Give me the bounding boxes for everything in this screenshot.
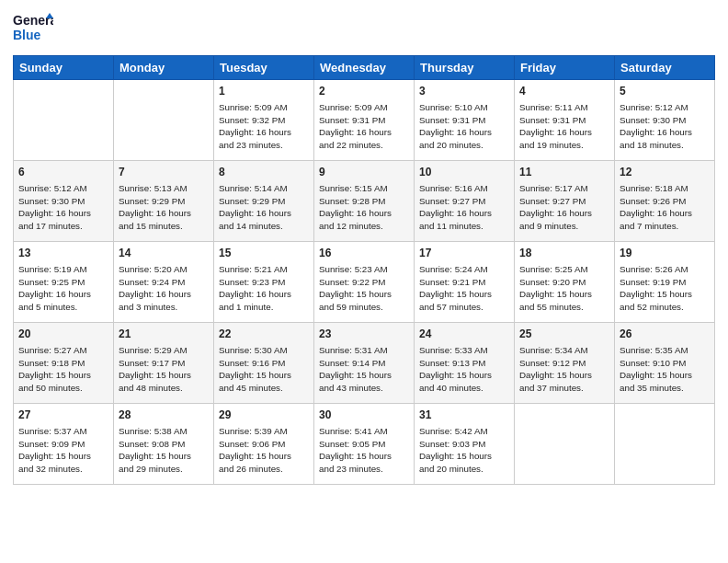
calendar-cell: 2Sunrise: 5:09 AM Sunset: 9:31 PM Daylig… [314, 80, 415, 161]
day-info: Sunrise: 5:21 AM Sunset: 9:23 PM Dayligh… [219, 263, 309, 314]
calendar-day-header: Sunday [14, 56, 114, 80]
day-number: 23 [319, 327, 409, 342]
day-info: Sunrise: 5:13 AM Sunset: 9:29 PM Dayligh… [119, 182, 209, 233]
calendar-week-row: 13Sunrise: 5:19 AM Sunset: 9:25 PM Dayli… [14, 242, 715, 323]
calendar-cell: 1Sunrise: 5:09 AM Sunset: 9:32 PM Daylig… [214, 80, 314, 161]
day-number: 25 [519, 327, 609, 342]
calendar-cell: 15Sunrise: 5:21 AM Sunset: 9:23 PM Dayli… [214, 242, 314, 323]
calendar-cell: 31Sunrise: 5:42 AM Sunset: 9:03 PM Dayli… [415, 404, 515, 485]
calendar-cell: 17Sunrise: 5:24 AM Sunset: 9:21 PM Dayli… [415, 242, 515, 323]
day-info: Sunrise: 5:26 AM Sunset: 9:19 PM Dayligh… [620, 263, 710, 314]
day-info: Sunrise: 5:09 AM Sunset: 9:32 PM Dayligh… [219, 101, 309, 152]
calendar-day-header: Thursday [415, 56, 515, 80]
day-number: 3 [419, 84, 509, 99]
day-info: Sunrise: 5:14 AM Sunset: 9:29 PM Dayligh… [219, 182, 309, 233]
header: General Blue [13, 9, 715, 50]
day-number: 20 [18, 327, 108, 342]
calendar-cell: 23Sunrise: 5:31 AM Sunset: 9:14 PM Dayli… [314, 323, 415, 404]
day-info: Sunrise: 5:29 AM Sunset: 9:17 PM Dayligh… [119, 344, 209, 395]
day-number: 1 [219, 84, 309, 99]
calendar-day-header: Monday [114, 56, 214, 80]
day-info: Sunrise: 5:31 AM Sunset: 9:14 PM Dayligh… [319, 344, 409, 395]
day-number: 21 [119, 327, 209, 342]
calendar-cell: 9Sunrise: 5:15 AM Sunset: 9:28 PM Daylig… [314, 161, 415, 242]
day-number: 29 [219, 408, 309, 423]
calendar-cell: 8Sunrise: 5:14 AM Sunset: 9:29 PM Daylig… [214, 161, 314, 242]
day-number: 27 [18, 408, 108, 423]
calendar-cell: 6Sunrise: 5:12 AM Sunset: 9:30 PM Daylig… [14, 161, 114, 242]
day-info: Sunrise: 5:37 AM Sunset: 9:09 PM Dayligh… [18, 425, 108, 476]
calendar-cell [515, 404, 615, 485]
day-number: 9 [319, 165, 409, 180]
day-info: Sunrise: 5:41 AM Sunset: 9:05 PM Dayligh… [319, 425, 409, 476]
day-info: Sunrise: 5:25 AM Sunset: 9:20 PM Dayligh… [519, 263, 609, 314]
calendar-cell [615, 404, 715, 485]
day-number: 8 [219, 165, 309, 180]
calendar-cell: 12Sunrise: 5:18 AM Sunset: 9:26 PM Dayli… [615, 161, 715, 242]
calendar-cell: 25Sunrise: 5:34 AM Sunset: 9:12 PM Dayli… [515, 323, 615, 404]
calendar-cell: 27Sunrise: 5:37 AM Sunset: 9:09 PM Dayli… [14, 404, 114, 485]
day-number: 24 [419, 327, 509, 342]
calendar-cell [14, 80, 114, 161]
calendar-header-row: SundayMondayTuesdayWednesdayThursdayFrid… [14, 56, 715, 80]
day-info: Sunrise: 5:30 AM Sunset: 9:16 PM Dayligh… [219, 344, 309, 395]
calendar-cell: 13Sunrise: 5:19 AM Sunset: 9:25 PM Dayli… [14, 242, 114, 323]
day-number: 10 [419, 165, 509, 180]
calendar-cell [114, 80, 214, 161]
day-number: 13 [18, 246, 108, 261]
calendar-cell: 3Sunrise: 5:10 AM Sunset: 9:31 PM Daylig… [415, 80, 515, 161]
day-info: Sunrise: 5:11 AM Sunset: 9:31 PM Dayligh… [519, 101, 609, 152]
day-number: 17 [419, 246, 509, 261]
day-number: 16 [319, 246, 409, 261]
day-number: 2 [319, 84, 409, 99]
calendar-cell: 24Sunrise: 5:33 AM Sunset: 9:13 PM Dayli… [415, 323, 515, 404]
logo: General Blue [13, 9, 53, 50]
calendar-cell: 18Sunrise: 5:25 AM Sunset: 9:20 PM Dayli… [515, 242, 615, 323]
day-info: Sunrise: 5:16 AM Sunset: 9:27 PM Dayligh… [419, 182, 509, 233]
calendar-cell: 22Sunrise: 5:30 AM Sunset: 9:16 PM Dayli… [214, 323, 314, 404]
day-number: 19 [620, 246, 710, 261]
calendar-table: SundayMondayTuesdayWednesdayThursdayFrid… [13, 55, 715, 485]
calendar-cell: 28Sunrise: 5:38 AM Sunset: 9:08 PM Dayli… [114, 404, 214, 485]
calendar-week-row: 1Sunrise: 5:09 AM Sunset: 9:32 PM Daylig… [14, 80, 715, 161]
day-number: 15 [219, 246, 309, 261]
calendar-cell: 10Sunrise: 5:16 AM Sunset: 9:27 PM Dayli… [415, 161, 515, 242]
day-info: Sunrise: 5:18 AM Sunset: 9:26 PM Dayligh… [620, 182, 710, 233]
calendar-cell: 14Sunrise: 5:20 AM Sunset: 9:24 PM Dayli… [114, 242, 214, 323]
calendar-week-row: 20Sunrise: 5:27 AM Sunset: 9:18 PM Dayli… [14, 323, 715, 404]
day-info: Sunrise: 5:17 AM Sunset: 9:27 PM Dayligh… [519, 182, 609, 233]
day-number: 31 [419, 408, 509, 423]
day-info: Sunrise: 5:42 AM Sunset: 9:03 PM Dayligh… [419, 425, 509, 476]
day-info: Sunrise: 5:24 AM Sunset: 9:21 PM Dayligh… [419, 263, 509, 314]
day-number: 14 [119, 246, 209, 261]
calendar-cell: 26Sunrise: 5:35 AM Sunset: 9:10 PM Dayli… [615, 323, 715, 404]
calendar-week-row: 27Sunrise: 5:37 AM Sunset: 9:09 PM Dayli… [14, 404, 715, 485]
day-number: 26 [620, 327, 710, 342]
day-number: 12 [620, 165, 710, 180]
day-number: 22 [219, 327, 309, 342]
day-info: Sunrise: 5:09 AM Sunset: 9:31 PM Dayligh… [319, 101, 409, 152]
calendar-cell: 16Sunrise: 5:23 AM Sunset: 9:22 PM Dayli… [314, 242, 415, 323]
day-number: 30 [319, 408, 409, 423]
day-info: Sunrise: 5:35 AM Sunset: 9:10 PM Dayligh… [620, 344, 710, 395]
day-info: Sunrise: 5:20 AM Sunset: 9:24 PM Dayligh… [119, 263, 209, 314]
day-info: Sunrise: 5:10 AM Sunset: 9:31 PM Dayligh… [419, 101, 509, 152]
calendar-week-row: 6Sunrise: 5:12 AM Sunset: 9:30 PM Daylig… [14, 161, 715, 242]
calendar-day-header: Wednesday [314, 56, 415, 80]
day-info: Sunrise: 5:39 AM Sunset: 9:06 PM Dayligh… [219, 425, 309, 476]
calendar-cell: 21Sunrise: 5:29 AM Sunset: 9:17 PM Dayli… [114, 323, 214, 404]
day-info: Sunrise: 5:38 AM Sunset: 9:08 PM Dayligh… [119, 425, 209, 476]
calendar-cell: 30Sunrise: 5:41 AM Sunset: 9:05 PM Dayli… [314, 404, 415, 485]
svg-text:General: General [13, 13, 53, 28]
calendar-cell: 19Sunrise: 5:26 AM Sunset: 9:19 PM Dayli… [615, 242, 715, 323]
day-number: 6 [18, 165, 108, 180]
calendar-cell: 7Sunrise: 5:13 AM Sunset: 9:29 PM Daylig… [114, 161, 214, 242]
day-info: Sunrise: 5:34 AM Sunset: 9:12 PM Dayligh… [519, 344, 609, 395]
day-info: Sunrise: 5:12 AM Sunset: 9:30 PM Dayligh… [620, 101, 710, 152]
day-info: Sunrise: 5:27 AM Sunset: 9:18 PM Dayligh… [18, 344, 108, 395]
day-info: Sunrise: 5:19 AM Sunset: 9:25 PM Dayligh… [18, 263, 108, 314]
calendar-cell: 11Sunrise: 5:17 AM Sunset: 9:27 PM Dayli… [515, 161, 615, 242]
day-info: Sunrise: 5:23 AM Sunset: 9:22 PM Dayligh… [319, 263, 409, 314]
logo-svg: General Blue [13, 9, 53, 50]
calendar-day-header: Tuesday [214, 56, 314, 80]
